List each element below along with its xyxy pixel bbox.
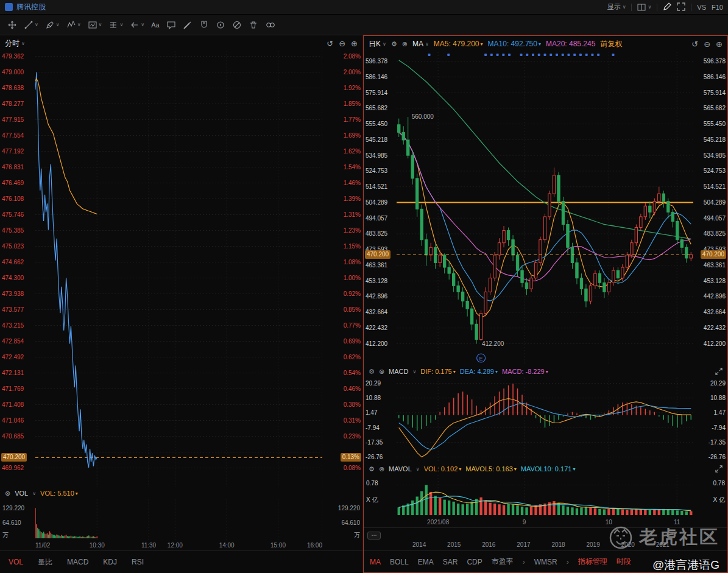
line-tool[interactable]: ∨ — [21, 18, 41, 32]
indicator-name[interactable]: VOL — [15, 490, 28, 497]
tab-SAR[interactable]: SAR — [443, 558, 458, 566]
macd-chart[interactable]: 20.2910.881.47-7.94-17.35-26.76 20.2910.… — [364, 378, 727, 463]
zoom-out-icon[interactable]: ⊖ — [339, 39, 345, 48]
year-label[interactable]: 2019 — [586, 541, 599, 548]
vol-value[interactable]: VOL: 5.510▾ — [40, 490, 78, 497]
brush-tool[interactable] — [180, 18, 195, 32]
tab-量比[interactable]: 量比 — [38, 557, 52, 568]
pencil-tool[interactable]: ∨ — [43, 18, 62, 32]
intraday-chart[interactable]: 479.362479.000478.638478.277477.915477.5… — [0, 51, 362, 487]
axis-label: 1.15% — [344, 243, 361, 250]
display-menu[interactable]: 显示∨ — [607, 2, 626, 12]
kline-volume-chart[interactable]: 0.78 X 亿 0.78 X 亿 — [364, 475, 727, 518]
year-label[interactable]: 2020 — [621, 541, 635, 548]
indicator-name[interactable]: MACD — [389, 368, 408, 375]
undo-icon[interactable]: ↺ — [327, 39, 333, 48]
text-tool[interactable]: Aa — [149, 19, 161, 30]
tab-MA[interactable]: MA — [370, 558, 381, 566]
kline-chart[interactable]: 596.378586.146575.914565.682555.450545.2… — [364, 52, 727, 365]
pattern-tool[interactable]: ∨ — [85, 18, 105, 32]
axis-label: 586.146 — [704, 74, 726, 80]
tab-市盈率[interactable]: 市盈率 — [492, 557, 514, 567]
expand-icon[interactable] — [715, 368, 723, 375]
overlay-label: MA — [412, 40, 423, 48]
zoom-out-icon[interactable]: ⊖ — [704, 40, 710, 49]
gear-icon[interactable]: ⚙ — [369, 465, 375, 473]
period-select-kline[interactable]: 日K∨ — [369, 39, 386, 49]
close-icon[interactable]: ⊗ — [379, 368, 384, 376]
draw-button[interactable] — [663, 2, 671, 12]
tab-EMA[interactable]: EMA — [418, 558, 434, 566]
tab-MACD[interactable]: MACD — [67, 558, 88, 566]
caret-down-icon: ▾ — [459, 466, 461, 472]
zoom-in-icon[interactable]: ⊕ — [716, 40, 723, 49]
target-tool[interactable] — [213, 18, 228, 32]
tab-WMSR[interactable]: WMSR — [534, 558, 557, 566]
year-label[interactable]: 2017 — [517, 541, 530, 548]
year-label[interactable]: 2018 — [551, 541, 565, 548]
macd-value[interactable]: MACD: -8.229▾ — [502, 368, 548, 375]
close-icon[interactable]: ⊗ — [5, 490, 10, 497]
wave-tool[interactable]: ∨ — [64, 18, 83, 32]
stock-title[interactable]: 腾讯控股 — [16, 2, 46, 12]
tab-VOL[interactable]: VOL — [9, 558, 23, 566]
history-scrollbar[interactable]: ⋯ 20142015201620172018201920202021 — [364, 527, 727, 550]
f10-button[interactable]: F10 — [712, 4, 723, 11]
year-label[interactable]: 2016 — [482, 541, 495, 548]
adjust-mode-button[interactable]: 前复权 — [600, 39, 622, 49]
tab-CDP[interactable]: CDP — [467, 558, 482, 566]
intraday-volume-chart[interactable]: 129.220 64.610 万 129.220 64.610 万 — [0, 499, 362, 541]
fibonacci-tool[interactable]: ∨ — [106, 18, 125, 32]
ma10-value[interactable]: MA10: 492.750▾ — [488, 40, 541, 48]
zoom-in-icon[interactable]: ⊕ — [351, 39, 358, 48]
close-icon[interactable]: ⊗ — [402, 40, 408, 48]
ma20-value[interactable]: MA20: 485.245 — [546, 40, 595, 48]
vs-button[interactable]: VS — [697, 4, 706, 11]
delete-drawings-tool[interactable] — [246, 18, 261, 32]
mavol5-value[interactable]: MAVOL5: 0.163▾ — [465, 465, 516, 473]
axis-label: 471.408 — [2, 401, 24, 408]
axis-label: 555.450 — [366, 121, 387, 127]
ma5-value[interactable]: MA5: 479.200▾ — [434, 40, 483, 48]
tab-指标管理[interactable]: 指标管理 — [578, 557, 607, 567]
indicator-name[interactable]: MAVOL — [389, 465, 412, 473]
macd-plot[interactable] — [397, 378, 693, 463]
kline-plot[interactable]: 560.000412.200E — [397, 52, 693, 365]
mavol10-value[interactable]: MAVOL10: 0.171▾ — [521, 465, 576, 473]
fullscreen-button[interactable] — [677, 2, 685, 12]
tab-时段[interactable]: 时段 — [617, 557, 631, 567]
period-select-intraday[interactable]: 分时∨ — [5, 38, 25, 49]
hide-drawings-tool[interactable] — [230, 18, 244, 32]
overlay-select[interactable]: MA∨ — [412, 40, 429, 48]
move-tool[interactable] — [5, 18, 19, 32]
link-tool[interactable] — [263, 18, 278, 32]
year-label[interactable]: 2014 — [412, 541, 426, 548]
gear-icon[interactable]: ⚙ — [369, 368, 375, 376]
layout-menu[interactable]: ∨ — [637, 4, 651, 11]
year-label[interactable]: 2021 — [656, 541, 670, 548]
tab-KDJ[interactable]: KDJ — [103, 558, 117, 566]
gear-icon[interactable]: ⚙ — [391, 40, 397, 48]
close-icon[interactable]: ⊗ — [379, 465, 384, 473]
year-label[interactable]: 2015 — [447, 541, 461, 548]
intraday-volume-plot[interactable] — [35, 499, 322, 541]
dif-value[interactable]: DIF: 0.175▾ — [420, 368, 455, 375]
magnet-tool[interactable] — [197, 18, 211, 32]
tabs-overflow-icon[interactable]: › — [523, 558, 525, 566]
intraday-plot[interactable] — [35, 51, 322, 487]
dea-value[interactable]: DEA: 4.289▾ — [460, 368, 498, 375]
tabs-overflow-icon[interactable]: › — [567, 558, 569, 566]
kline-volume-plot[interactable] — [397, 475, 693, 518]
chevron-down-icon: ∨ — [648, 4, 651, 10]
arrow-tool[interactable]: ∨ — [127, 18, 147, 32]
note-tool[interactable] — [164, 18, 178, 32]
expand-icon[interactable] — [715, 465, 723, 473]
undo-icon[interactable]: ↺ — [691, 40, 698, 49]
kvol-value[interactable]: VOL: 0.102▾ — [424, 465, 462, 473]
chevron-down-icon: ∨ — [56, 22, 60, 27]
axis-label: -17.35 — [709, 439, 726, 446]
tab-RSI[interactable]: RSI — [132, 558, 144, 566]
caret-down-icon: ▾ — [495, 369, 498, 374]
scrollbar-handle[interactable]: ⋯ — [367, 532, 381, 540]
tab-BOLL[interactable]: BOLL — [390, 558, 409, 566]
